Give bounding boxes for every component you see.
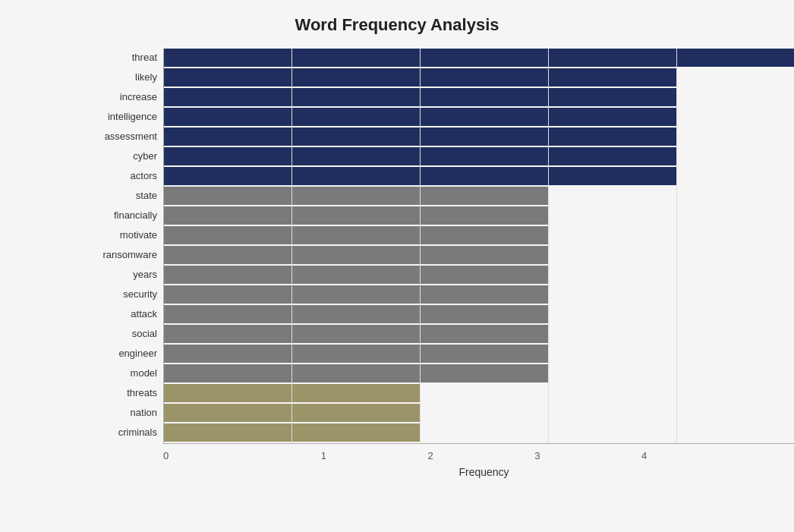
bar-fill-ransomware xyxy=(163,246,548,264)
bar-chart-area xyxy=(163,49,794,443)
bar-fill-threat xyxy=(163,49,794,67)
bar-fill-engineer xyxy=(163,345,548,363)
bar-label-threat: threat xyxy=(132,52,157,63)
bar-label-financially: financially xyxy=(114,209,157,221)
x-tick-0: 0 xyxy=(163,450,270,461)
grid-line-0 xyxy=(163,49,164,443)
chart-container: Word Frequency Analysis threatlikelyincr… xyxy=(0,0,794,532)
bar-fill-financially xyxy=(163,206,548,225)
bar-label-nation: nation xyxy=(131,407,157,418)
bar-fill-attack xyxy=(163,305,548,323)
bar-fill-model xyxy=(163,364,548,382)
bar-label-intelligence: intelligence xyxy=(108,111,157,122)
bar-label-engineer: engineer xyxy=(118,348,157,359)
bar-label-criminals: criminals xyxy=(118,427,157,438)
bar-label-years: years xyxy=(133,269,157,280)
bar-label-threats: threats xyxy=(127,387,157,398)
x-tick-4: 4 xyxy=(591,450,698,461)
bar-label-increase: increase xyxy=(120,91,157,102)
x-tick-3: 3 xyxy=(484,450,591,461)
bar-label-state: state xyxy=(136,190,157,201)
x-axis: 012345 xyxy=(163,443,794,461)
chart-title: Word Frequency Analysis xyxy=(30,15,764,35)
bar-label-model: model xyxy=(131,367,157,379)
bar-fill-motivate xyxy=(163,226,548,244)
x-axis-label: Frequency xyxy=(163,466,794,478)
bar-label-ransomware: ransomware xyxy=(102,249,157,260)
x-tick-5: 5 xyxy=(698,450,794,461)
bar-label-motivate: motivate xyxy=(120,229,157,241)
bar-fill-state xyxy=(163,187,548,205)
y-axis-labels: threatlikelyincreaseintelligenceassessme… xyxy=(83,49,163,443)
bar-fill-security xyxy=(163,285,548,304)
x-tick-1: 1 xyxy=(270,450,377,461)
bar-label-cyber: cyber xyxy=(133,150,157,162)
bar-label-social: social xyxy=(132,328,157,339)
bar-fill-social xyxy=(163,325,548,343)
bar-label-likely: likely xyxy=(135,71,157,83)
grid-line-2 xyxy=(420,49,421,443)
grid-line-3 xyxy=(548,49,549,443)
bar-label-assessment: assessment xyxy=(105,131,157,142)
bar-label-actors: actors xyxy=(131,170,157,181)
grid-line-1 xyxy=(291,49,292,443)
bar-label-security: security xyxy=(123,288,157,300)
grid-line-4 xyxy=(676,49,677,443)
x-tick-2: 2 xyxy=(377,450,484,461)
bar-label-attack: attack xyxy=(131,308,157,320)
bar-fill-years xyxy=(163,266,548,284)
